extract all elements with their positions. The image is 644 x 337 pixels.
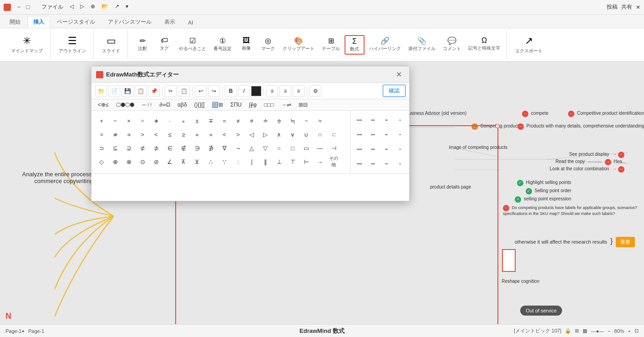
zoom-out-btn[interactable]: − [608,328,610,334]
sym-barwedge[interactable]: ⊼ [177,155,190,168]
tb-align-center[interactable]: ≡ [279,85,291,97]
rp-11[interactable]: ▪▪▪▪ [353,113,366,126]
sym-arrow-r[interactable]: → [314,155,326,168]
btn-annotation[interactable]: ✏ 注釈 [132,35,152,55]
sym-top[interactable]: ⊤ [286,155,299,168]
sym-diamond[interactable]: ◇ [95,155,108,168]
btn-todo[interactable]: ☑ やるべきこと [176,35,209,55]
sym-ni[interactable]: ∋ [191,142,203,154]
sym-geq[interactable]: ≥ [177,128,190,141]
add-page-btn[interactable]: + [21,328,24,334]
sym-triangleleft[interactable]: ◁ [245,128,258,141]
sym-times[interactable]: × [122,114,135,127]
sym-doteq2[interactable]: ≑ [273,114,285,127]
sym-leq[interactable]: ≤ [163,128,176,141]
sym-colon[interactable]: : [232,155,244,168]
sym-oslash[interactable]: ⊘ [150,155,162,168]
btn-tag[interactable]: 🏷 タグ [154,35,174,55]
out-of-service-btn[interactable]: Out of service [520,306,562,316]
sym-nsupset[interactable]: ⊅ [150,142,162,154]
tab-page-style[interactable]: ページスタイル [51,16,101,28]
tb-color-picker[interactable] [251,86,261,96]
rp-23[interactable]: ▪▪ [380,128,393,141]
sym-gg[interactable]: » [204,128,217,141]
sym-wedge[interactable]: ∧ [273,128,285,141]
rp-42[interactable]: ▪▪▪ [367,157,380,170]
sym-approxeq[interactable]: ≒ [286,114,299,127]
zoom-in-btn[interactable]: + [628,328,631,334]
btn-mindmap[interactable]: ✳ マインドマップ [7,33,46,56]
rp-32[interactable]: ▪▪▪ [367,143,380,155]
tb-open-folder[interactable]: 📁 [95,85,107,97]
btn-special-chars[interactable]: Ω 記号と特殊文字 [466,35,503,55]
right-action-submit[interactable]: 投稿 [607,3,618,11]
handle-tr[interactable] [496,124,499,128]
tab-view[interactable]: 表示 [158,16,181,28]
sym-set-7[interactable]: 🔢⊞ [209,101,226,109]
sym-equiv[interactable]: ≡ [245,114,258,127]
sym-cap[interactable]: ∩ [314,128,326,141]
window-controls[interactable]: − □ [15,4,31,10]
btn-attachment[interactable]: 📎 添付ファイル [406,35,438,55]
sym-approx2[interactable]: ≈ [95,128,108,141]
btn-outline[interactable]: ☰ アウトライン [55,33,90,56]
sym-set-9[interactable]: ∫∮φ [246,101,259,109]
sym-set-10[interactable]: □□□ [261,101,277,109]
btn-image[interactable]: 🖼 画像 [236,35,256,55]
sym-eq[interactable]: = [218,114,231,127]
quick-open[interactable]: 📂 [99,2,111,12]
sym-lt[interactable]: < [150,128,162,141]
sym-nsubset[interactable]: ⊄ [136,142,149,154]
sym-neq[interactable]: ≠ [232,114,244,127]
file-menu[interactable]: ファイル ◁ ▷ ⊕ 📂 ↗ ▾ [39,2,131,12]
tb-copy-doc[interactable]: 📋 [135,85,147,97]
sym-supseteq[interactable]: ⊇ [122,142,135,154]
sym-set-4[interactable]: ∂∞Ω [157,101,173,109]
sym-minus[interactable]: − [109,114,122,127]
sym-nin[interactable]: ∉ [177,142,190,154]
menu-item-forward[interactable]: ▷ [77,2,87,12]
quick-more[interactable]: ▾ [123,2,131,12]
sym-set-6[interactable]: (){}[] [192,101,208,109]
sym-subseteq[interactable]: ⊆ [109,142,122,154]
sym-dvert[interactable]: ‖ [259,155,272,168]
sym-cup[interactable]: ∪ [300,128,313,141]
sym-mp[interactable]: ∓ [204,114,217,127]
sym-succ[interactable]: > [232,128,244,141]
sym-propto[interactable]: ∝ [122,128,135,141]
btn-mark[interactable]: ◎ マーク [258,35,278,55]
tb-bold[interactable]: B [225,85,237,97]
btn-numbering[interactable]: ① 番号設定 [211,35,234,55]
sym-in[interactable]: ∈ [163,142,176,154]
sym-set-12[interactable]: ⊞⊟ [296,101,310,109]
sym-long-dash[interactable]: — [314,142,326,154]
quick-export[interactable]: ↗ [112,2,122,12]
rp-31[interactable]: ▪▪▪▪ [353,143,366,155]
sym-circle[interactable]: ○ [273,142,285,154]
sym-sub[interactable]: ⊂ [327,128,340,141]
sym-triangle-up[interactable]: △ [245,142,258,154]
sym-neg[interactable]: ¬ [232,142,244,154]
sym-plus[interactable]: + [95,114,108,127]
sym-nabla[interactable]: ∇ [218,142,231,154]
math-input-area[interactable] [91,174,409,201]
rp-41[interactable]: ▪▪▪▪ [353,157,366,170]
sym-gt[interactable]: > [136,128,149,141]
sym-dash[interactable]: − [300,114,313,127]
sym-otimes[interactable]: ⊗ [122,155,135,168]
tb-redo[interactable]: ↪ [208,85,220,97]
sym-prec[interactable]: < [218,128,231,141]
tb-cut[interactable]: ✂ [165,85,177,97]
sym-because[interactable]: ∵ [218,155,231,168]
sym-set-1[interactable]: <⊕≤ [95,101,112,109]
tb-save-doc[interactable]: 💾 [122,85,133,97]
math-editor-close-btn[interactable]: ✕ [393,69,405,80]
title-close-btn[interactable]: ✕ [636,4,640,10]
rp-22[interactable]: ▪▪▪ [367,128,380,141]
btn-formula[interactable]: Σ 数式 [345,35,365,55]
tb-paste-doc[interactable]: 📌 [148,85,160,97]
sym-ll[interactable]: « [191,128,203,141]
sym-vee[interactable]: ∨ [286,128,299,141]
rp-12[interactable]: ▪▪▪ [367,113,380,126]
tab-ai[interactable]: AI [182,17,199,28]
